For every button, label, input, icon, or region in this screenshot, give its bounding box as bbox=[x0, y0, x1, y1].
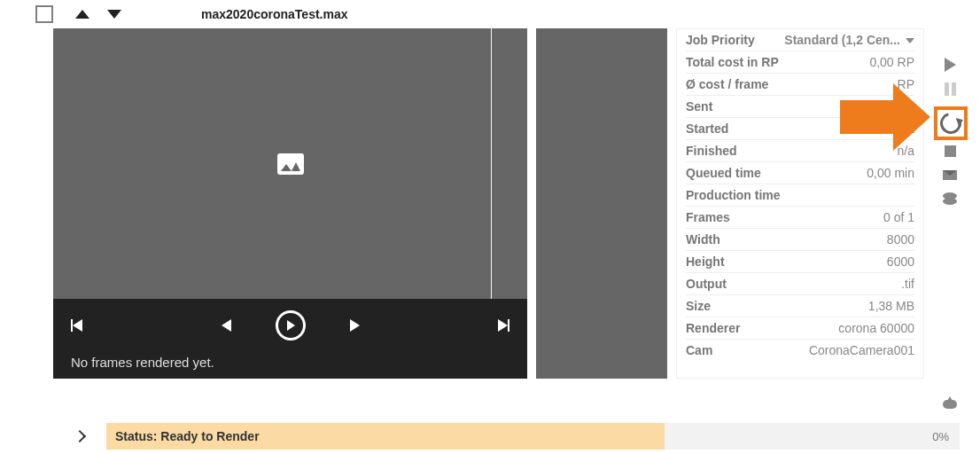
detail-row: Output.tif bbox=[686, 273, 914, 295]
cloud-upload-icon bbox=[943, 400, 957, 409]
detail-row: Production time bbox=[686, 184, 914, 207]
details-panel: Job PriorityStandard (1,2 Cen... Total c… bbox=[676, 28, 924, 379]
detail-row: Job PriorityStandard (1,2 Cen... bbox=[686, 29, 914, 51]
play-icon bbox=[945, 58, 956, 72]
pause-icon bbox=[945, 82, 956, 96]
stop-button[interactable] bbox=[937, 141, 962, 160]
sort-up-icon[interactable] bbox=[75, 10, 89, 19]
stop-icon bbox=[945, 145, 956, 157]
detail-row: Height6000 bbox=[686, 251, 914, 273]
mail-icon bbox=[943, 170, 957, 180]
detail-row: Width8000 bbox=[686, 229, 914, 251]
expand-status-button[interactable] bbox=[53, 423, 106, 450]
last-frame-button[interactable] bbox=[498, 319, 509, 332]
layers-icon bbox=[943, 192, 957, 205]
highlight-annotation bbox=[934, 106, 968, 140]
detail-row: Size1,38 MB bbox=[686, 295, 914, 317]
select-checkbox[interactable] bbox=[35, 5, 53, 23]
priority-dropdown[interactable]: Standard (1,2 Cen... bbox=[784, 33, 914, 47]
dropdown-icon bbox=[906, 38, 914, 43]
pause-button[interactable] bbox=[937, 79, 962, 98]
first-frame-button[interactable] bbox=[71, 319, 82, 332]
detail-row: Queued time0,00 min bbox=[686, 162, 914, 184]
image-placeholder-icon bbox=[277, 153, 304, 175]
prev-frame-button[interactable] bbox=[222, 319, 231, 332]
layers-button[interactable] bbox=[937, 189, 962, 208]
arrow-annotation bbox=[840, 83, 930, 151]
detail-row: Frames0 of 1 bbox=[686, 207, 914, 229]
reload-icon[interactable] bbox=[937, 109, 966, 138]
start-button[interactable] bbox=[937, 55, 962, 74]
sort-down-icon[interactable] bbox=[107, 10, 121, 19]
preview-message: No frames rendered yet. bbox=[71, 355, 509, 370]
upload-button[interactable] bbox=[937, 395, 962, 414]
detail-row: Total cost in RP0,00 RP bbox=[686, 51, 914, 74]
detail-row: Renderercorona 60000 bbox=[686, 317, 914, 340]
status-text: Status: Ready to Render bbox=[106, 423, 665, 450]
next-frame-button[interactable] bbox=[350, 319, 360, 332]
preview-thumbnails bbox=[536, 28, 667, 379]
status-bar: Status: Ready to Render 0% bbox=[53, 423, 960, 450]
preview-main bbox=[53, 28, 527, 299]
mail-button[interactable] bbox=[937, 165, 962, 184]
status-percent: 0% bbox=[665, 423, 960, 450]
chevron-right-icon bbox=[74, 430, 86, 442]
playback-bar: No frames rendered yet. bbox=[53, 299, 527, 379]
job-filename: max2020coronaTest.max bbox=[201, 7, 348, 21]
detail-row: CamCoronaCamera001 bbox=[686, 340, 914, 361]
play-button[interactable] bbox=[276, 310, 306, 340]
